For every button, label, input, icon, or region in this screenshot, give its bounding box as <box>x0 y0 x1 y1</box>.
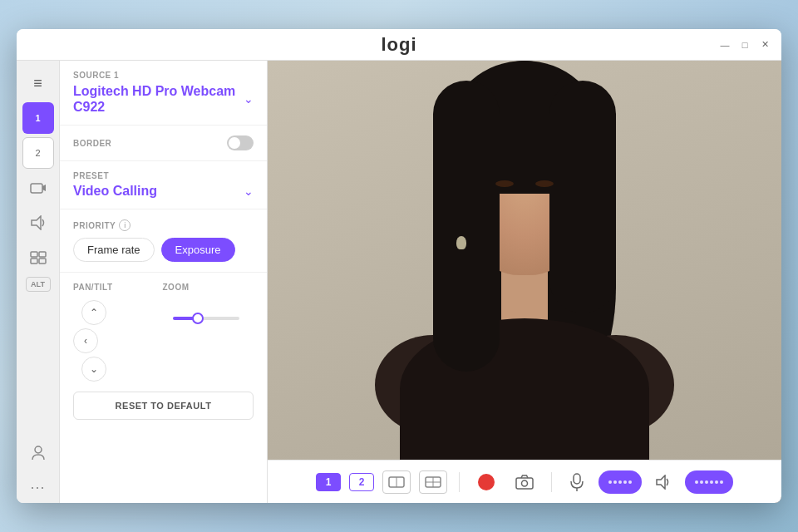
audio-level-dots <box>608 480 632 484</box>
toolbar-source-2-button[interactable]: 2 <box>349 473 374 491</box>
priority-label: PRIORITY <box>73 221 116 230</box>
sidebar-alt-button[interactable]: ALT <box>26 277 51 292</box>
sidebar-more-button[interactable]: ··· <box>22 471 54 503</box>
zoom-slider[interactable] <box>173 317 239 320</box>
speaker-level-pill[interactable] <box>685 470 733 494</box>
priority-row: PRIORITY i <box>73 219 254 231</box>
svg-rect-6 <box>39 259 46 264</box>
preset-dropdown-chevron[interactable]: ⌄ <box>244 185 254 198</box>
sidebar-audio-button[interactable] <box>22 207 54 239</box>
device-row: Logitech HD Pro Webcam C922 ⌄ <box>73 83 254 115</box>
audio-dot-4 <box>623 480 627 484</box>
speaker-dot-4 <box>710 480 713 484</box>
app-logo: logi <box>381 34 416 56</box>
pan-tilt-up-button[interactable]: ⌃ <box>81 300 106 325</box>
portrait-hair-right <box>549 81 616 313</box>
zoom-control <box>173 317 239 320</box>
source-1-label: 1 <box>35 113 40 123</box>
toolbar-source-2-label: 2 <box>359 476 365 488</box>
pantilt-middle-row: ‹ <box>73 328 115 353</box>
camera-snapshot-icon <box>515 475 534 490</box>
toolbar-layout-2-button[interactable] <box>419 470 447 494</box>
sidebar-layout-button[interactable] <box>22 242 54 273</box>
sidebar-menu-button[interactable]: ≡ <box>22 67 54 99</box>
portrait-hair-left <box>433 81 500 372</box>
toolbar-source-1-button[interactable]: 1 <box>316 473 341 491</box>
speaker-icon <box>655 475 672 490</box>
source-section: SOURCE 1 Logitech HD Pro Webcam C922 ⌄ <box>60 61 267 126</box>
svg-rect-15 <box>574 474 580 484</box>
sidebar-person-button[interactable] <box>22 436 54 468</box>
record-dot-icon <box>478 474 495 490</box>
border-toggle[interactable] <box>227 135 254 150</box>
record-button[interactable] <box>471 467 501 497</box>
reset-to-default-button[interactable]: RESET TO DEFAULT <box>73 392 254 420</box>
mic-button[interactable] <box>564 469 590 495</box>
source-2-label: 2 <box>35 148 40 158</box>
person-icon <box>31 444 46 461</box>
snapshot-button[interactable] <box>510 467 539 497</box>
svg-point-14 <box>522 480 528 486</box>
toolbar-layout-1-button[interactable] <box>382 470 411 494</box>
priority-buttons: Frame rate Exposure <box>73 238 254 262</box>
preset-row: Video Calling ⌄ <box>73 184 254 199</box>
toolbar-separator-1 <box>459 472 460 492</box>
speaker-dot-1 <box>695 480 698 484</box>
speaker-level-dots <box>695 480 723 484</box>
toolbar-source-1-label: 1 <box>326 476 332 488</box>
preset-section: PRESET Video Calling ⌄ <box>60 161 267 209</box>
icon-sidebar: ≡ 1 2 <box>17 61 60 503</box>
close-button[interactable]: ✕ <box>758 38 771 52</box>
svg-rect-3 <box>31 252 37 257</box>
svg-rect-5 <box>31 259 37 264</box>
exposure-button[interactable]: Exposure <box>161 238 235 262</box>
app-window: logi — □ ✕ ≡ 1 2 <box>17 29 781 503</box>
control-panel: SOURCE 1 Logitech HD Pro Webcam C922 ⌄ B… <box>60 61 268 503</box>
toolbar-separator-2 <box>551 472 552 492</box>
sidebar-source-1-button[interactable]: 1 <box>22 102 54 134</box>
portrait-eye-right <box>535 180 554 187</box>
border-toggle-thumb <box>229 137 240 149</box>
priority-info-icon[interactable]: i <box>119 219 131 231</box>
maximize-button[interactable]: □ <box>738 38 751 52</box>
priority-section: PRIORITY i Frame rate Exposure <box>60 209 267 273</box>
audio-dot-3 <box>618 480 622 484</box>
preset-value: Video Calling <box>73 184 157 199</box>
window-controls: — □ ✕ <box>718 38 771 52</box>
camera-preview: 1 2 <box>268 61 781 503</box>
speaker-dot-6 <box>720 480 723 484</box>
speaker-dot-3 <box>705 480 708 484</box>
pantilt-label: PAN/TILT <box>73 283 113 292</box>
main-content: ≡ 1 2 <box>17 61 781 503</box>
audio-level-pill[interactable] <box>598 470 642 494</box>
minimize-button[interactable]: — <box>718 38 732 52</box>
audio-dot-5 <box>628 480 632 484</box>
source-label: SOURCE 1 <box>73 71 254 80</box>
speaker-dot-5 <box>715 480 718 484</box>
audio-dot-1 <box>608 480 612 484</box>
speaker-dot-2 <box>700 480 703 484</box>
svg-rect-0 <box>31 184 42 193</box>
pantilt-control: ⌃ ‹ ⌄ <box>73 300 115 382</box>
audio-icon <box>30 215 47 230</box>
pantilt-zoom-header: PAN/TILT ZOOM <box>73 283 254 292</box>
portrait-earring-left <box>456 236 466 249</box>
preset-label: PRESET <box>73 171 254 180</box>
title-bar: logi — □ ✕ <box>17 29 781 61</box>
svg-marker-17 <box>657 475 665 489</box>
portrait-eye-left <box>495 180 514 187</box>
device-name: Logitech HD Pro Webcam C922 <box>73 83 244 115</box>
svg-point-7 <box>35 446 42 453</box>
pantilt-zoom-section: PAN/TILT ZOOM ⌃ ‹ ⌄ <box>60 273 267 385</box>
speaker-button[interactable] <box>650 469 677 495</box>
svg-marker-2 <box>32 216 41 229</box>
pan-tilt-down-button[interactable]: ⌄ <box>81 357 106 382</box>
layout-icon <box>30 251 47 264</box>
device-dropdown-chevron[interactable]: ⌄ <box>244 92 254 106</box>
sidebar-camera-button[interactable] <box>22 172 54 204</box>
camera-feed <box>268 61 781 460</box>
pan-tilt-left-button[interactable]: ‹ <box>73 328 98 353</box>
border-label: BORDER <box>73 139 111 148</box>
frame-rate-button[interactable]: Frame rate <box>73 238 155 262</box>
sidebar-source-2-button[interactable]: 2 <box>22 137 54 169</box>
